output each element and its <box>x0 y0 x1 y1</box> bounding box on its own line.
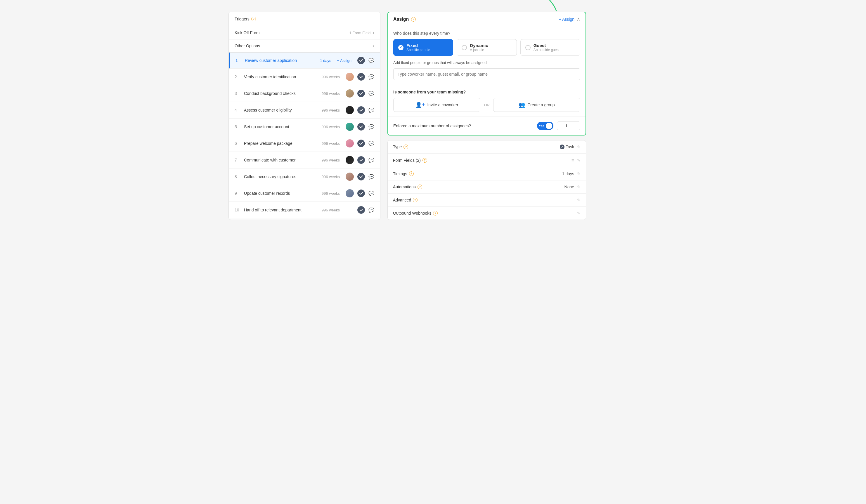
dynamic-radio-icon <box>462 45 467 50</box>
missing-buttons: 👤+ Invite a coworker OR 👥 Create a group <box>393 98 580 112</box>
assign-section: Assign ? + Assign ∧ Who does this step e… <box>387 12 586 135</box>
assign-header: Assign ? + Assign ∧ <box>388 12 586 26</box>
type-option-guest[interactable]: GuestAn outside guest <box>520 39 580 56</box>
task-check-icon[interactable] <box>357 123 365 131</box>
task-check-icon[interactable] <box>357 139 365 147</box>
task-check-icon[interactable] <box>357 73 365 81</box>
task-check-icon[interactable] <box>357 206 365 214</box>
or-text: OR <box>484 103 490 107</box>
task-check-icon[interactable] <box>357 106 365 114</box>
task-row[interactable]: 8Collect necessary signatures996 weeks💬 <box>229 168 380 185</box>
property-edit-icon[interactable]: ✎ <box>577 198 580 202</box>
collapse-button[interactable]: ∧ <box>577 16 580 22</box>
task-check-icon[interactable] <box>357 173 365 180</box>
property-label: Timings? <box>393 171 414 176</box>
comment-icon[interactable]: 💬 <box>368 191 374 196</box>
kickoff-right: 1 Form Field › <box>349 30 374 35</box>
task-row[interactable]: 5Set up customer account996 weeks💬 <box>229 119 380 135</box>
property-edit-icon[interactable]: ✎ <box>577 145 580 149</box>
avatar <box>346 123 354 131</box>
property-edit-icon[interactable]: ✎ <box>577 184 580 189</box>
task-name: Assess customer eligibility <box>244 108 318 112</box>
fixed-radio-icon <box>398 45 403 50</box>
property-help-icon[interactable]: ? <box>409 171 414 176</box>
task-check-icon[interactable] <box>357 57 365 64</box>
task-number: 1 <box>235 58 241 63</box>
task-name: Review customer application <box>245 58 317 63</box>
avatar <box>346 106 354 114</box>
property-help-icon[interactable]: ? <box>433 211 438 215</box>
property-edit-icon[interactable]: ✎ <box>577 171 580 176</box>
assignment-types: FixedSpecific peopleDynamicA job titleGu… <box>388 39 586 60</box>
task-check-badge-icon <box>560 145 565 149</box>
fixed-type-text: FixedSpecific people <box>407 43 430 52</box>
task-type-value: Task <box>566 145 574 149</box>
avatar <box>346 189 354 198</box>
property-edit-icon[interactable]: ✎ <box>577 158 580 163</box>
comment-icon[interactable]: 💬 <box>368 108 374 113</box>
property-name: Timings <box>393 171 407 176</box>
left-panel: Triggers ? Kick Off Form 1 Form Field › … <box>229 12 380 220</box>
task-row[interactable]: 10Hand off to relevant department996 wee… <box>229 202 380 219</box>
triggers-help-icon[interactable]: ? <box>251 16 256 21</box>
other-options-row[interactable]: Other Options › <box>229 40 380 53</box>
comment-icon[interactable]: 💬 <box>368 141 374 146</box>
comment-icon[interactable]: 💬 <box>368 157 374 163</box>
plus-assign-button[interactable]: + Assign <box>559 17 574 22</box>
enforce-label: Enforce a maximum number of assignees? <box>393 124 471 128</box>
comment-icon[interactable]: 💬 <box>368 174 374 180</box>
task-number: 5 <box>235 124 241 129</box>
assign-help-icon[interactable]: ? <box>411 17 416 22</box>
task-name: Collect necessary signatures <box>244 174 318 179</box>
property-help-icon[interactable]: ? <box>403 145 408 149</box>
assign-button[interactable]: + Assign <box>337 58 352 63</box>
task-number: 6 <box>235 141 241 146</box>
triggers-bar: Triggers ? <box>229 12 380 26</box>
task-row[interactable]: 1Review customer application1 days+ Assi… <box>229 53 380 69</box>
avatar <box>346 156 354 164</box>
task-row[interactable]: 9Update customer records996 weeks💬 <box>229 185 380 202</box>
fixed-section: Add fixed people or groups that will alw… <box>388 60 586 85</box>
type-option-dynamic[interactable]: DynamicA job title <box>457 39 517 56</box>
comment-icon[interactable]: 💬 <box>368 74 374 80</box>
task-name: Conduct background checks <box>244 91 318 96</box>
property-help-icon[interactable]: ? <box>413 198 418 202</box>
kickoff-row[interactable]: Kick Off Form 1 Form Field › <box>229 26 380 40</box>
task-name: Hand off to relevant department <box>244 208 318 212</box>
create-group-button[interactable]: 👥 Create a group <box>493 98 580 112</box>
coworker-search-input[interactable] <box>398 72 576 77</box>
triggers-label: Triggers ? <box>235 16 256 21</box>
comment-icon[interactable]: 💬 <box>368 58 374 63</box>
comment-icon[interactable]: 💬 <box>368 207 374 213</box>
task-check-icon[interactable] <box>357 156 365 164</box>
max-assignees-input[interactable] <box>557 122 580 130</box>
task-row[interactable]: 2Verify customer identification996 weeks… <box>229 69 380 85</box>
task-name: Set up customer account <box>244 124 318 129</box>
task-check-icon[interactable] <box>357 190 365 197</box>
property-edit-icon[interactable]: ✎ <box>577 211 580 215</box>
property-help-icon[interactable]: ? <box>418 184 422 189</box>
task-row[interactable]: 7Communicate with customer996 weeks💬 <box>229 152 380 168</box>
task-number: 7 <box>235 158 241 163</box>
task-duration: 996 weeks <box>322 75 340 79</box>
comment-icon[interactable]: 💬 <box>368 124 374 130</box>
task-row[interactable]: 3Conduct background checks996 weeks💬 <box>229 85 380 102</box>
property-name: Automations <box>393 184 416 189</box>
task-row[interactable]: 4Assess customer eligibility996 weeks💬 <box>229 102 380 119</box>
assign-title: Assign <box>393 16 409 22</box>
comment-icon[interactable]: 💬 <box>368 91 374 96</box>
property-value: None✎ <box>565 184 580 189</box>
task-check-icon[interactable] <box>357 90 365 97</box>
guest-type-main: Guest <box>533 43 559 48</box>
property-help-icon[interactable]: ? <box>422 158 427 163</box>
task-name: Prepare welcome package <box>244 141 318 146</box>
dynamic-type-text: DynamicA job title <box>470 43 488 52</box>
task-number: 2 <box>235 75 241 79</box>
type-option-fixed[interactable]: FixedSpecific people <box>393 39 453 56</box>
avatar <box>346 89 354 98</box>
task-row[interactable]: 6Prepare welcome package996 weeks💬 <box>229 135 380 152</box>
triggers-text: Triggers <box>235 16 249 21</box>
task-duration: 996 weeks <box>322 125 340 129</box>
enforce-toggle[interactable]: Yes <box>537 122 553 130</box>
invite-coworker-button[interactable]: 👤+ Invite a coworker <box>393 98 480 112</box>
